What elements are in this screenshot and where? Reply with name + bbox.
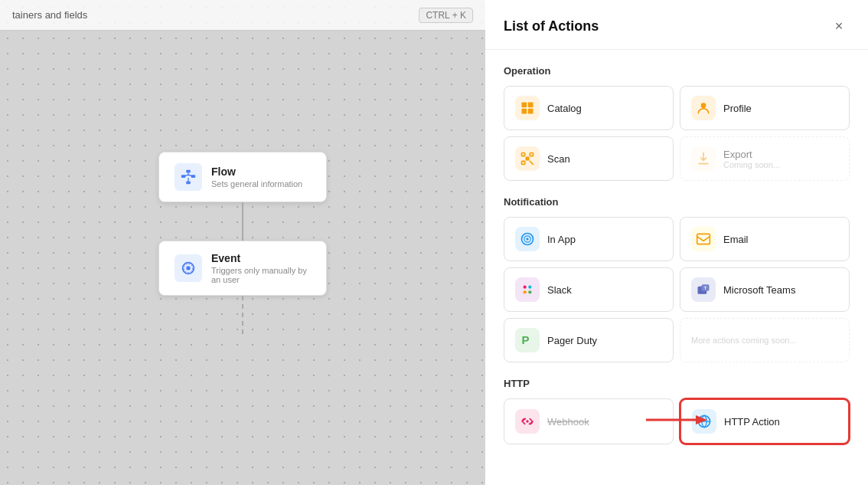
svg-point-15	[701, 103, 706, 108]
inapp-icon	[515, 227, 540, 251]
notification-label: Notification	[504, 196, 850, 208]
flow-node-title: Flow	[211, 165, 302, 178]
operation-label: Operation	[504, 65, 850, 77]
flow-node-info: Flow Sets general information	[211, 165, 302, 188]
panel-header: List of Actions ×	[485, 0, 868, 50]
export-info: Export Coming soon...	[723, 149, 780, 169]
profile-action[interactable]: Profile	[680, 86, 850, 130]
actions-panel: List of Actions × Operation	[485, 0, 868, 485]
app-container: tainers and fields CTRL + K	[0, 0, 868, 485]
inapp-action[interactable]: In App	[504, 217, 674, 261]
svg-point-28	[528, 290, 531, 293]
flow-node-subtitle: Sets general information	[211, 179, 302, 188]
connector-1	[242, 202, 243, 241]
connector-dashed	[242, 296, 243, 334]
http-grid: Webhook HTTP Action	[504, 398, 850, 444]
email-label: Email	[723, 234, 749, 245]
catalog-icon	[515, 96, 540, 120]
profile-icon	[691, 96, 716, 120]
webhook-label: Webhook	[547, 416, 589, 428]
event-node[interactable]: Event Triggers only manually by an user	[158, 241, 327, 296]
export-action: Export Coming soon...	[680, 136, 850, 181]
scan-icon	[515, 146, 540, 171]
more-notif-label: More actions coming soon...	[691, 336, 797, 345]
catalog-label: Catalog	[547, 103, 582, 114]
event-node-info: Event Triggers only manually by an user	[211, 252, 311, 284]
http-section: HTTP	[504, 378, 850, 444]
profile-label: Profile	[723, 103, 752, 114]
event-node-subtitle: Triggers only manually by an user	[211, 266, 311, 284]
svg-point-23	[526, 238, 528, 240]
pagerduty-action[interactable]: P Pager Duty	[504, 318, 674, 362]
httpaction-icon	[692, 409, 716, 434]
svg-point-9	[186, 266, 191, 270]
catalog-action[interactable]: Catalog	[504, 86, 674, 130]
svg-line-20	[530, 161, 533, 164]
export-icon	[691, 146, 716, 171]
panel-title: List of Actions	[504, 18, 599, 34]
flow-node-icon	[175, 163, 202, 191]
pagerduty-label: Pager Duty	[547, 335, 597, 346]
canvas-area: tainers and fields CTRL + K	[0, 0, 485, 485]
teams-icon: T	[691, 277, 716, 302]
export-subtext: Coming soon...	[723, 160, 780, 169]
svg-rect-18	[522, 161, 525, 164]
canvas-nodes: Flow Sets general information Event Trig…	[0, 0, 485, 485]
scan-label: Scan	[547, 153, 570, 165]
svg-point-33	[526, 420, 528, 422]
svg-rect-12	[528, 103, 534, 108]
panel-content: Operation Catalog	[485, 50, 868, 485]
svg-point-27	[524, 290, 527, 293]
operation-section: Operation Catalog	[504, 65, 850, 181]
slack-label: Slack	[547, 284, 572, 296]
svg-rect-0	[186, 169, 191, 172]
more-notif-action: More actions coming soon...	[680, 318, 850, 362]
svg-text:T: T	[704, 286, 707, 290]
svg-rect-17	[530, 153, 533, 156]
slack-icon	[515, 277, 540, 302]
pagerduty-icon: P	[515, 328, 540, 352]
svg-rect-24	[697, 234, 710, 244]
notification-grid: In App Email	[504, 217, 850, 362]
svg-point-25	[524, 286, 527, 289]
svg-rect-16	[522, 153, 525, 156]
svg-text:P: P	[522, 333, 530, 346]
operation-grid: Catalog Profile	[504, 86, 850, 181]
email-icon	[691, 227, 716, 251]
http-label: HTTP	[504, 378, 850, 389]
svg-rect-13	[522, 109, 527, 114]
inapp-label: In App	[547, 234, 576, 245]
httpaction-action[interactable]: HTTP Action	[680, 398, 850, 444]
scan-action[interactable]: Scan	[504, 136, 674, 181]
export-label: Export	[723, 149, 780, 160]
slack-action[interactable]: Slack	[504, 267, 674, 312]
httpaction-label: HTTP Action	[724, 416, 780, 428]
event-node-title: Event	[211, 252, 311, 264]
notification-section: Notification In App	[504, 196, 850, 362]
email-action[interactable]: Email	[680, 217, 850, 261]
webhook-icon	[515, 409, 540, 434]
svg-rect-3	[186, 181, 191, 184]
event-node-icon	[175, 254, 202, 282]
flow-node[interactable]: Flow Sets general information	[158, 152, 327, 202]
close-button[interactable]: ×	[828, 15, 850, 37]
webhook-action[interactable]: Webhook	[504, 398, 674, 444]
teams-label: Microsoft Teams	[723, 284, 795, 296]
svg-rect-11	[522, 103, 527, 108]
teams-action[interactable]: T Microsoft Teams	[680, 267, 850, 312]
svg-rect-14	[528, 109, 534, 114]
svg-point-26	[528, 286, 531, 289]
svg-rect-19	[526, 157, 530, 161]
